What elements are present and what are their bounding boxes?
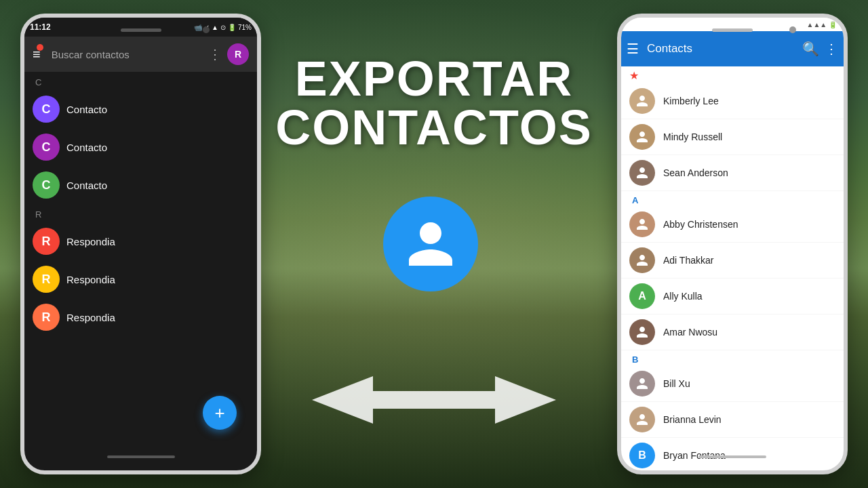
camera-right — [789, 26, 796, 33]
contacts-list: ★ Kimberly Lee Mindy Russell Sean Anders… — [621, 66, 844, 474]
person-icon-circle — [383, 197, 478, 291]
section-a-label: A — [621, 191, 844, 207]
name-ally: Ally Kulla — [663, 291, 703, 302]
contact-ally[interactable]: A Ally Kulla — [621, 279, 844, 314]
status-bar-left: 11:12 📹 ✓ ▲ ⊙ 🔋 71% — [24, 18, 257, 37]
contact-name-r2: Respondia — [66, 274, 115, 285]
contact-name-c1: Contacto — [66, 104, 107, 115]
contact-bill[interactable]: Bill Xu — [621, 366, 844, 402]
name-sean: Sean Anderson — [663, 167, 728, 178]
person-icon — [403, 217, 458, 271]
contact-item-c3[interactable]: C Contacto — [24, 166, 257, 204]
home-bar-left — [107, 455, 175, 458]
avatar-ally: A — [629, 283, 655, 309]
video-icon: 📹 — [194, 24, 202, 31]
name-abby: Abby Christensen — [663, 219, 738, 230]
avatar-adi — [629, 247, 655, 273]
battery-icon: 🔋 — [228, 24, 236, 31]
avatar-bryan: B — [629, 443, 655, 468]
arrows-svg — [312, 369, 556, 430]
fab-button[interactable]: + — [203, 396, 237, 430]
topbar-left: ≡ Buscar contactos ⋮ R — [24, 37, 257, 72]
name-amar: Amar Nwosu — [663, 327, 717, 338]
name-brianna: Brianna Levin — [663, 414, 722, 425]
contact-brianna[interactable]: Brianna Levin — [621, 402, 844, 438]
contact-item-c2[interactable]: C Contacto — [24, 128, 257, 166]
star-section-icon: ★ — [629, 69, 639, 82]
contact-adi[interactable]: Adi Thakkar — [621, 243, 844, 279]
contact-item-r3[interactable]: R Respondia — [24, 298, 257, 336]
avatar-r2: R — [33, 266, 60, 293]
avatar-abby — [629, 211, 655, 237]
camera-left — [203, 26, 210, 33]
avatar-brianna — [629, 407, 655, 432]
more-btn-right[interactable]: ⋮ — [825, 41, 838, 57]
contact-item-c1[interactable]: C Contacto — [24, 90, 257, 128]
contact-name-r3: Respondia — [66, 312, 115, 323]
more-icon-left[interactable]: ⋮ — [208, 46, 222, 62]
search-btn-right[interactable]: 🔍 — [802, 41, 819, 57]
title-line1: EXPORTAR — [264, 54, 604, 103]
contact-name-r1: Respondia — [66, 236, 115, 247]
signal-icon: ▲ — [212, 24, 218, 31]
topbar-right: ☰ Contacts 🔍 ⋮ — [621, 31, 844, 66]
avatar-c2: C — [33, 134, 60, 161]
avatar-sean — [629, 160, 655, 186]
search-left[interactable]: Buscar contactos — [46, 49, 203, 60]
avatar-c1: C — [33, 96, 60, 123]
double-arrow — [281, 366, 587, 434]
svg-marker-1 — [434, 376, 556, 424]
contact-name-c3: Contacto — [66, 180, 107, 191]
section-r: R — [24, 204, 257, 222]
avatar-left[interactable]: R — [227, 43, 249, 65]
name-kimberly: Kimberly Lee — [663, 96, 719, 106]
speaker-right — [712, 28, 753, 32]
name-bill: Bill Xu — [663, 378, 690, 389]
contact-mindy[interactable]: Mindy Russell — [621, 119, 844, 155]
section-c: C — [24, 72, 257, 90]
center-title: EXPORTAR CONTACTOS — [264, 54, 604, 152]
contact-item-r2[interactable]: R Respondia — [24, 260, 257, 298]
menu-btn-right[interactable]: ☰ — [627, 41, 639, 57]
speaker-left — [121, 28, 161, 32]
contact-adi2[interactable]: Adi Thakkar — [621, 474, 844, 474]
name-mindy: Mindy Russell — [663, 131, 722, 142]
contact-abby[interactable]: Abby Christensen — [621, 207, 844, 243]
wifi-icon: ⊙ — [220, 24, 226, 31]
contact-sean[interactable]: Sean Anderson — [621, 155, 844, 191]
contact-item-r1[interactable]: R Respondia — [24, 222, 257, 260]
avatar-amar — [629, 319, 655, 345]
svg-marker-0 — [312, 376, 434, 424]
right-phone: ▲▲▲ 🔋 ☰ Contacts 🔍 ⋮ ★ Kimberly Lee Mind… — [617, 14, 848, 474]
menu-icon-left[interactable]: ≡ — [33, 47, 41, 62]
home-bar-right — [698, 455, 766, 458]
time-left: 11:12 — [30, 22, 51, 32]
section-b-label: B — [621, 350, 844, 366]
left-phone: 11:12 📹 ✓ ▲ ⊙ 🔋 71% ≡ Buscar contactos ⋮… — [20, 14, 261, 474]
avatar-kimberly — [629, 88, 655, 114]
avatar-r1: R — [33, 228, 60, 255]
title-right: Contacts — [644, 42, 797, 56]
avatar-mindy — [629, 124, 655, 150]
starred-section-header: ★ — [621, 66, 844, 83]
contact-amar[interactable]: Amar Nwosu — [621, 314, 844, 350]
title-line2: CONTACTOS — [264, 103, 604, 152]
battery-pct: 71% — [238, 24, 252, 31]
contact-name-c2: Contacto — [66, 142, 107, 153]
avatar-r3: R — [33, 304, 60, 331]
avatar-c3: C — [33, 171, 60, 199]
name-adi: Adi Thakkar — [663, 255, 713, 266]
avatar-bill — [629, 371, 655, 396]
contact-kimberly[interactable]: Kimberly Lee — [621, 83, 844, 119]
